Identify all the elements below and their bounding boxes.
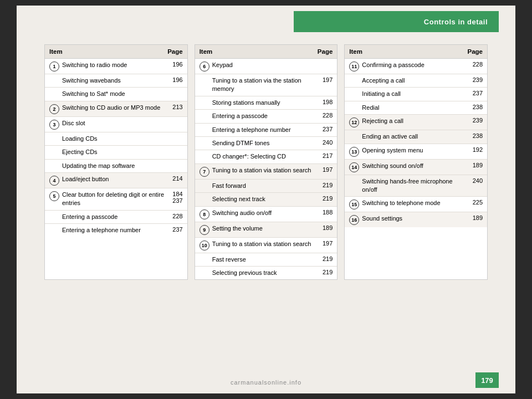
table-row: CD changer*: Selecting CD217 [195,150,337,163]
row-page: 228 [467,61,483,68]
row-page: 217 [317,152,332,159]
row-text: Switching to CD audio or MP3 mode [62,104,167,112]
row-number: 15 [349,200,359,209]
row-page: 192 [467,146,483,153]
table-row: Ending an active call238 [345,130,487,144]
row-text: Selecting next track [212,195,318,203]
row-number: 5 [49,191,59,201]
row-text: Switching wavebands [62,76,167,85]
row-text: Entering a passcode [212,112,318,120]
row-text: Entering a telephone number [212,126,318,134]
row-page: 225 [467,199,483,206]
row-page: 238 [467,132,483,139]
row-text: CD changer*: Selecting CD [212,152,318,161]
row-page: 240 [467,177,483,184]
row-page: 240 [317,139,332,146]
row-page: 219 [317,182,332,188]
row-text: Switching to radio mode [62,61,167,69]
row-text: Confirming a passcode [362,61,467,69]
row-text: Setting the volume [212,224,318,233]
page-number-box: 179 [475,372,499,388]
table-row: 1Switching to radio mode196 [45,59,187,74]
table-row: Fast forward219 [195,180,337,193]
row-text: Redial [362,104,467,112]
table-row: Accepting a call239 [345,74,487,88]
row-number: 6 [200,62,209,71]
table-row: 6Keypad [195,59,337,74]
table-row: 16Sound settings189 [345,212,487,227]
row-number: 4 [49,176,59,186]
content-area: Controls in detail ItemPage1Switching to… [17,6,515,393]
row-number: 13 [349,147,359,157]
row-text: Entering a telephone number [62,226,167,234]
row-page: 197 [317,240,332,247]
table-section-table1: ItemPage1Switching to radio mode196Switc… [44,44,188,280]
table-row: Updating the map software [45,160,187,173]
row-page: 237 [467,90,483,96]
row-text: Ending an active call [362,132,467,141]
row-page: 188 [317,209,332,216]
table-row: 12Rejecting a call239 [345,115,487,130]
col-page-label: Page [163,48,183,55]
row-number: 7 [200,167,209,177]
header-title: Controls in detail [424,18,488,26]
col-page-label: Page [463,48,483,55]
row-page: 237 [167,226,183,233]
row-text: Fast reverse [212,255,318,264]
table-row: 8Switching audio on/off188 [195,207,337,222]
row-page: 189 [317,224,332,231]
table-row: 11Confirming a passcode228 [345,59,487,74]
row-number: 16 [349,215,359,225]
table-row: Fast reverse219 [195,253,337,267]
tables-container: ItemPage1Switching to radio mode196Switc… [44,44,488,280]
table-row: Tuning to a station via the station memo… [195,74,337,96]
table-row: Switching to Sat* mode [45,88,187,101]
row-text: Load/eject button [62,175,167,183]
table-row: 7Tuning to a station via station search1… [195,164,337,180]
row-text: Ejecting CDs [62,148,167,156]
table-row: Loading CDs [45,132,187,146]
row-page: 213 [167,104,183,110]
row-text: Switching to Sat* mode [62,90,167,98]
table-row: 13Opening system menu192 [345,144,487,160]
row-text: Selecting previous track [212,269,318,277]
row-number: 14 [349,162,359,172]
row-text: Opening system menu [362,146,467,155]
table-row: Initiating a call237 [345,88,487,101]
row-text: Loading CDs [62,135,167,143]
row-number: 2 [49,104,59,114]
header-bar: Controls in detail [294,11,499,32]
row-text: Tuning to a station via the station memo… [212,76,318,94]
row-text: Sound settings [362,214,467,223]
row-page: 228 [317,112,332,119]
table-section-table3: ItemPage11Confirming a passcode228Accept… [344,44,488,280]
row-page: 239 [467,76,483,83]
col-page-label: Page [313,48,332,55]
row-text: Keypad [212,61,318,69]
watermark: carmanualsonline.info [231,379,301,386]
row-text: Switching to telephone mode [362,199,467,207]
table-header: ItemPage [195,45,337,59]
row-page: 219 [317,269,332,275]
table-row: 15Switching to telephone mode225 [345,197,487,212]
table-row: 9Setting the volume189 [195,222,337,238]
table-row: Entering a passcode228 [45,211,187,224]
row-page: 197 [317,76,332,83]
row-text: Rejecting a call [362,117,467,125]
row-text: Switching hands-free microphone on/off [362,177,467,195]
row-page: 219 [317,195,332,202]
row-text: Clear button for deleting digit or entir… [62,191,167,208]
row-page: 189 [467,162,483,168]
table-row: 14Switching sound on/off189 [345,160,487,175]
row-text: Accepting a call [362,76,467,85]
row-number: 8 [200,209,209,219]
table-row: 3Disc slot [45,117,187,132]
row-page: 219 [317,255,332,262]
row-text: Fast forward [212,182,318,190]
row-page: 214 [167,175,183,182]
col-item-label: Item [349,48,463,55]
row-text: Tuning to a station via station search [212,240,318,248]
row-page: 196 [167,76,183,83]
row-page: 197 [317,166,332,173]
table-row: 10Tuning to a station via station search… [195,238,337,253]
